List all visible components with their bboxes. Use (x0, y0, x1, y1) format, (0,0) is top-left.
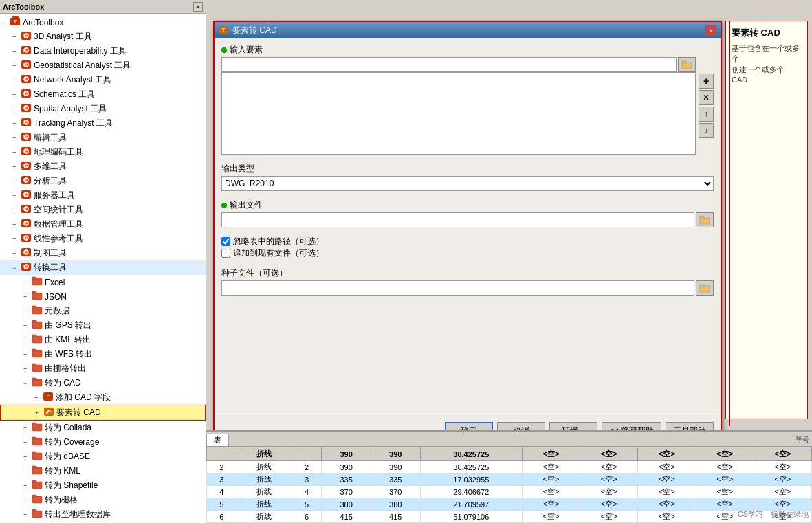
tree-item-arctoolbox-root[interactable]: −TArcToolbox (0, 15, 206, 30)
tree-item-add-cad-fields[interactable]: +F添加 CAD 字段 (0, 390, 206, 405)
table-row[interactable]: 3折线333533517.032955<空><空><空><空><空> (207, 474, 812, 486)
expand-btn-conv-raster-out[interactable]: + (23, 366, 32, 372)
expand-btn-linear-ref[interactable]: + (12, 236, 21, 243)
tree-item-cartography[interactable]: +⚙制图工具 (0, 246, 206, 260)
expand-btn-conv-to-coverage[interactable]: + (23, 439, 32, 446)
tree-item-conv-to-collada[interactable]: +转为 Collada (0, 421, 206, 435)
tree-item-geostatistical[interactable]: +⚙Geostatistical Analyst 工具 (0, 58, 206, 73)
expand-btn-schematics[interactable]: + (12, 91, 21, 98)
tree-item-geocoding[interactable]: +⚙地理编码工具 (0, 145, 206, 159)
expand-btn-server[interactable]: + (12, 192, 21, 199)
tree-label-spatial-analyst: Spatial Analyst 工具 (34, 103, 107, 115)
table-tab[interactable]: 表 (206, 434, 229, 446)
cell-3-4: 335 (371, 474, 420, 486)
tree-item-conv-to-shapefile[interactable]: +转为 Shapefile (0, 478, 206, 493)
tree-item-conv-wfs[interactable]: +由 WFS 转出 (0, 347, 206, 361)
expand-btn-spatial-stat[interactable]: + (12, 207, 21, 214)
expand-btn-conv-to-geodatabase[interactable]: + (23, 511, 32, 518)
tree-item-conversion[interactable]: −⚙转换工具 (0, 260, 206, 275)
tree-item-editor[interactable]: +⚙编辑工具 (0, 131, 206, 145)
expand-btn-conv-to-shapefile[interactable]: + (23, 482, 32, 489)
expand-btn-conversion[interactable]: − (12, 265, 21, 271)
tree-item-server[interactable]: +⚙服务器工具 (0, 188, 206, 203)
expand-btn-data-mgmt[interactable]: + (12, 221, 21, 228)
add-button[interactable]: + (699, 74, 714, 89)
tree-item-tracking-analyst[interactable]: +⚙Tracking Analyst 工具 (0, 116, 206, 131)
expand-btn-editor[interactable]: + (12, 135, 21, 142)
input-features-browse-button[interactable] (678, 57, 696, 72)
tree-item-3d-analyst[interactable]: +⚙3D Analyst 工具 (0, 30, 206, 44)
expand-btn-tracking-analyst[interactable]: + (12, 120, 21, 127)
tree-item-spatial-analyst[interactable]: +⚙Spatial Analyst 工具 (0, 102, 206, 116)
tree-item-analysis[interactable]: +⚙分析工具 (0, 174, 206, 188)
dialog-close-button[interactable]: × (705, 25, 716, 36)
tree-item-multidim[interactable]: +⚙多维工具 (0, 159, 206, 174)
input-features-list (221, 72, 696, 155)
tree-item-linear-ref[interactable]: +⚙线性参考工具 (0, 232, 206, 246)
move-up-button[interactable]: ↑ (699, 107, 714, 122)
tree-item-conv-to-cad[interactable]: −转为 CAD (0, 376, 206, 390)
expand-btn-cartography[interactable]: + (12, 250, 21, 257)
tree-item-conv-to-dbase[interactable]: +转为 dBASE (0, 449, 206, 464)
expand-btn-data-interop[interactable]: + (12, 48, 21, 55)
expand-btn-conv-gps[interactable]: + (23, 322, 32, 329)
tree-item-feature-to-cad[interactable]: +要素转 CAD (0, 405, 206, 421)
expand-btn-conv-excel[interactable]: + (23, 279, 32, 286)
expand-btn-conv-metadata[interactable]: + (23, 308, 32, 315)
cell-4-9: <空> (696, 486, 754, 498)
output-file-browse-button[interactable] (696, 212, 714, 227)
tree-item-conv-to-coverage[interactable]: +转为 Coverage (0, 435, 206, 449)
tree-item-schematics[interactable]: +⚙Schematics 工具 (0, 87, 206, 102)
input-features-field[interactable] (221, 57, 677, 72)
tree-item-conv-to-raster[interactable]: +转为栅格 (0, 493, 206, 507)
table-row[interactable]: 5折线538038021.709597<空><空><空><空><空> (207, 498, 812, 511)
move-down-button[interactable]: ↓ (699, 123, 714, 138)
expand-btn-network-analyst[interactable]: + (12, 77, 21, 84)
icon-feature-to-cad (43, 406, 54, 419)
table-row[interactable]: 4折线437037029.406672<空><空><空><空><空> (207, 486, 812, 498)
expand-btn-conv-json[interactable]: + (23, 293, 32, 300)
checkbox2[interactable] (221, 249, 230, 258)
expand-btn-3d-analyst[interactable]: + (12, 34, 21, 41)
expand-btn-conv-to-dbase[interactable]: + (23, 454, 32, 460)
table-row[interactable]: 2折线239039038.425725<空><空><空><空><空> (207, 461, 812, 474)
tree-item-conv-metadata[interactable]: +元数据 (0, 304, 206, 318)
table-scroll[interactable]: 折线 390 390 38.425725 <空> <空> <空> <空> <空>… (206, 447, 812, 523)
tree-item-conv-raster-out[interactable]: +由栅格转出 (0, 361, 206, 376)
expand-btn-arctoolbox-root[interactable]: − (1, 19, 10, 26)
expand-btn-conv-to-raster[interactable]: + (23, 497, 32, 504)
tree-item-conv-excel[interactable]: +Excel (0, 275, 206, 289)
expand-btn-conv-wfs[interactable]: + (23, 351, 32, 358)
expand-btn-conv-to-collada[interactable]: + (23, 425, 32, 432)
expand-btn-multidim[interactable]: + (12, 164, 21, 170)
expand-btn-geocoding[interactable]: + (12, 149, 21, 156)
tree-item-conv-json[interactable]: +JSON (0, 289, 206, 304)
expand-btn-conv-to-kml[interactable]: + (23, 468, 32, 475)
output-type-select[interactable]: DWG_R2010 DWG_R2007 DWG_R2004 DWG_R2000 … (221, 176, 714, 191)
seed-file-field[interactable] (221, 280, 694, 296)
tree-item-spatial-stat[interactable]: +⚙空间统计工具 (0, 203, 206, 217)
output-file-field[interactable] (221, 212, 694, 227)
tree-item-data-mgmt[interactable]: +⚙数据管理工具 (0, 217, 206, 232)
pin-button[interactable]: × (193, 2, 203, 12)
expand-btn-spatial-analyst[interactable]: + (12, 106, 21, 113)
tree-item-conv-kml[interactable]: +由 KML 转出 (0, 333, 206, 347)
cell-6-4: 415 (371, 511, 420, 523)
expand-btn-feature-to-cad[interactable]: + (35, 410, 43, 416)
table-options[interactable]: 等号 (793, 434, 812, 446)
tree-item-conv-gps[interactable]: +由 GPS 转出 (0, 318, 206, 333)
tree-item-conv-to-geodatabase[interactable]: +转出至地理数据库 (0, 507, 206, 522)
checkbox1[interactable] (221, 237, 230, 246)
expand-btn-add-cad-fields[interactable]: + (34, 394, 43, 401)
expand-btn-conv-kml[interactable]: + (23, 337, 32, 344)
expand-btn-conv-to-cad[interactable]: − (23, 380, 32, 387)
remove-button[interactable]: ✕ (699, 90, 714, 105)
table-row[interactable]: 6折线641541551.079106<空><空><空><空><空> (207, 511, 812, 523)
tree-item-data-interop[interactable]: +⚙Data Interoperability 工具 (0, 44, 206, 58)
expand-btn-analysis[interactable]: + (12, 178, 21, 185)
svg-rect-81 (32, 467, 42, 474)
tree-item-conv-to-kml[interactable]: +转为 KML (0, 464, 206, 478)
expand-btn-geostatistical[interactable]: + (12, 63, 21, 69)
tree-item-network-analyst[interactable]: +⚙Network Analyst 工具 (0, 73, 206, 87)
seed-file-browse-button[interactable] (696, 280, 714, 296)
